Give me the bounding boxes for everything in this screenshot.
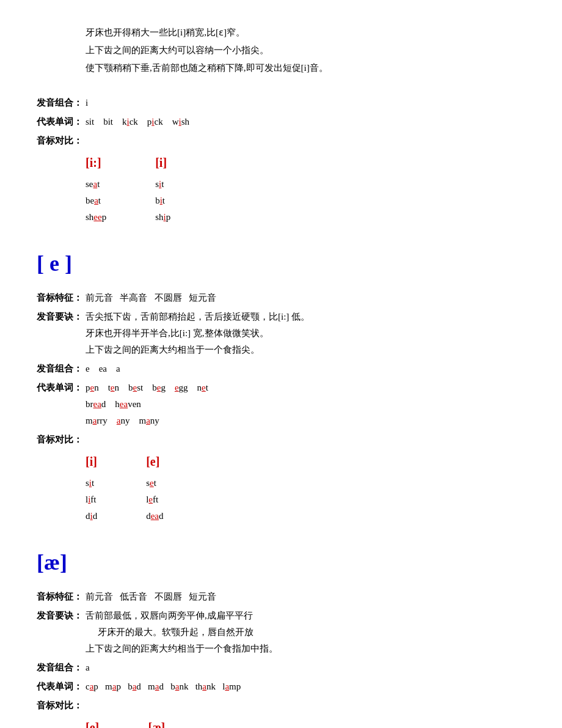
section-e: [ e ] 音标特征： 前元音 半高音 不圆唇 短元音 发音要诀： 舌尖抵下齿，… bbox=[37, 244, 525, 524]
compare-col1-ae: [e] beg met bbox=[86, 716, 100, 728]
combo-row-i: 发音组合： i bbox=[37, 95, 525, 111]
compare-table-i: [i:] seat beat sheep [i] sit bit ship bbox=[86, 152, 525, 226]
combo-val-i: i bbox=[86, 95, 525, 111]
rep-row-e: 代表单词： pen ten best beg egg net bread hea… bbox=[37, 380, 525, 429]
pronun-row-e: 发音要诀： 舌尖抵下齿，舌前部稍抬起，舌后接近硬颚，比[i:] 低。 牙床也开得… bbox=[37, 309, 525, 358]
col2-header-i: [i] bbox=[155, 152, 170, 174]
rep-row-i: 代表单词： sit bit kick pick wish bbox=[37, 114, 525, 130]
combo-label-i: 发音组合： bbox=[37, 95, 86, 111]
feature-val-ae: 前元音 低舌音 不圆唇 短元音 bbox=[86, 589, 525, 605]
section-i-combo: 发音组合： i 代表单词： sit bit kick pick wish 音标对… bbox=[37, 95, 525, 226]
compare-col1-i: [i:] seat beat sheep bbox=[86, 152, 106, 226]
heading-ae: [æ] bbox=[37, 543, 525, 583]
col2-word2-e: left bbox=[146, 491, 163, 508]
col2-word1-i: sit bbox=[155, 176, 170, 193]
intro-line-1: 牙床也开得稍大一些比[i]稍宽,比[ɛ]窄。 bbox=[86, 24, 525, 41]
rep-row-ae: 代表单词： cap map bad mad bank thank lamp bbox=[37, 678, 525, 695]
compare-row-i: 音标对比： bbox=[37, 133, 525, 149]
col1-header-e: [i] bbox=[86, 450, 97, 472]
compare-label-i: 音标对比： bbox=[37, 133, 86, 149]
heading-e: [ e ] bbox=[37, 244, 525, 284]
rep-label-e: 代表单词： bbox=[37, 380, 86, 396]
col2-word3-e: dead bbox=[146, 508, 163, 524]
rep-words-e: pen ten best beg egg net bread heaven ma… bbox=[86, 380, 525, 429]
rep-words-ae: cap map bad mad bank thank lamp bbox=[86, 678, 525, 695]
pronun-val-ae: 舌前部最低，双唇向两旁平伸,成扁平平行 牙床开的最大。软颚升起，唇自然开放 上下… bbox=[86, 608, 525, 657]
combo-val-ae: a bbox=[86, 660, 525, 676]
col1-header-i: [i:] bbox=[86, 152, 106, 174]
col1-word3-e: did bbox=[86, 508, 97, 524]
compare-table-e: [i] sit lift did [e] set left dead bbox=[86, 450, 525, 524]
combo-row-ae: 发音组合： a bbox=[37, 660, 525, 676]
col2-header-ae: [æ] bbox=[148, 716, 166, 728]
rep-label-ae: 代表单词： bbox=[37, 678, 86, 695]
col1-header-ae: [e] bbox=[86, 716, 100, 728]
feature-val-e: 前元音 半高音 不圆唇 短元音 bbox=[86, 290, 525, 306]
compare-col1-e: [i] sit lift did bbox=[86, 450, 97, 524]
combo-val-e: e ea a bbox=[86, 361, 525, 377]
compare-col2-i: [i] sit bit ship bbox=[155, 152, 170, 226]
pronun-label-ae: 发音要诀： bbox=[37, 608, 86, 624]
compare-table-ae: [e] beg met [æ] bag mat bbox=[86, 716, 525, 728]
col1-word2-e: lift bbox=[86, 491, 97, 508]
compare-row-ae-label: 音标对比： bbox=[37, 697, 525, 714]
col2-word1-e: set bbox=[146, 475, 163, 491]
col1-word3-i: sheep bbox=[86, 209, 106, 226]
rep-label-i: 代表单词： bbox=[37, 114, 86, 130]
col2-word2-i: bit bbox=[155, 193, 170, 209]
intro-line-2: 上下齿之间的距离大约可以容纳一个小指尖。 bbox=[86, 42, 525, 59]
col1-word2-i: beat bbox=[86, 193, 106, 209]
section-ae: [æ] 音标特征： 前元音 低舌音 不圆唇 短元音 发音要诀： 舌前部最低，双唇… bbox=[37, 543, 525, 728]
col2-word3-i: ship bbox=[155, 209, 170, 226]
compare-col2-e: [e] set left dead bbox=[146, 450, 163, 524]
rep-words-i: sit bit kick pick wish bbox=[86, 114, 525, 130]
feature-row-e: 音标特征： 前元音 半高音 不圆唇 短元音 bbox=[37, 290, 525, 306]
compare-row-e-label: 音标对比： bbox=[37, 432, 525, 448]
compare-label-e: 音标对比： bbox=[37, 432, 86, 448]
compare-label-ae: 音标对比： bbox=[37, 697, 86, 714]
feature-label-ae: 音标特征： bbox=[37, 589, 86, 605]
col1-word1-i: seat bbox=[86, 176, 106, 193]
col2-header-e: [e] bbox=[146, 450, 163, 472]
combo-row-e: 发音组合： e ea a bbox=[37, 361, 525, 377]
combo-label-ae: 发音组合： bbox=[37, 660, 86, 676]
compare-col2-ae: [æ] bag mat bbox=[148, 716, 166, 728]
combo-label-e: 发音组合： bbox=[37, 361, 86, 377]
intro-section: 牙床也开得稍大一些比[i]稍宽,比[ɛ]窄。 上下齿之间的距离大约可以容纳一个小… bbox=[37, 24, 525, 76]
feature-label-e: 音标特征： bbox=[37, 290, 86, 306]
pronun-val-e: 舌尖抵下齿，舌前部稍抬起，舌后接近硬颚，比[i:] 低。 牙床也开得半开半合,比… bbox=[86, 309, 525, 358]
pronun-label-e: 发音要诀： bbox=[37, 309, 86, 325]
pronun-row-ae: 发音要诀： 舌前部最低，双唇向两旁平伸,成扁平平行 牙床开的最大。软颚升起，唇自… bbox=[37, 608, 525, 657]
feature-row-ae: 音标特征： 前元音 低舌音 不圆唇 短元音 bbox=[37, 589, 525, 605]
intro-line-3: 使下颚稍稍下垂,舌前部也随之稍稍下降,即可发出短促[i]音。 bbox=[86, 60, 525, 76]
col1-word1-e: sit bbox=[86, 475, 97, 491]
